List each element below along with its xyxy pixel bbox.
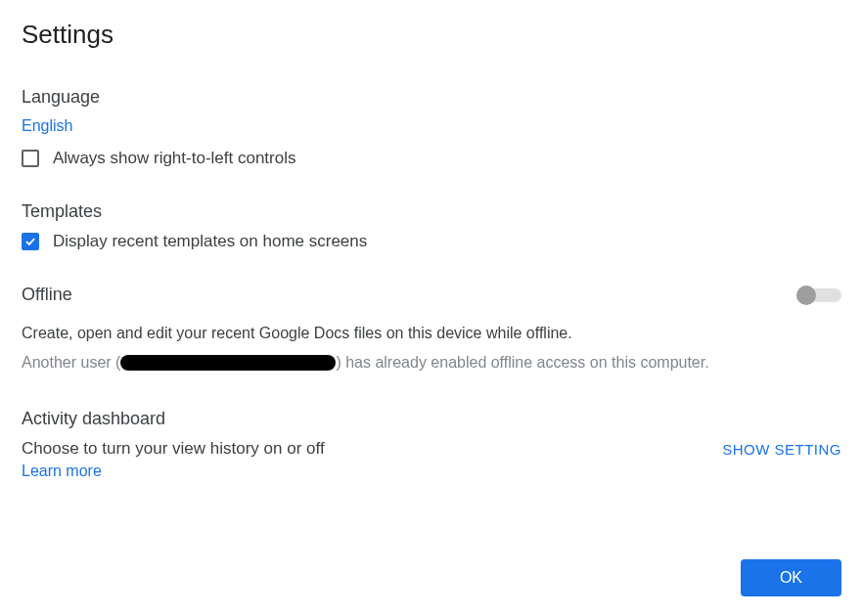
templates-heading: Templates [22, 201, 841, 222]
offline-note-suffix: ) has already enabled offline access on … [336, 354, 708, 372]
check-icon [23, 235, 37, 248]
offline-heading: Offline [22, 285, 72, 305]
language-heading: Language [22, 87, 841, 108]
ok-button[interactable]: OK [741, 559, 841, 596]
rtl-checkbox-label: Always show right-to-left controls [53, 149, 295, 168]
show-setting-button[interactable]: SHOW SETTING [722, 439, 841, 458]
language-link[interactable]: English [22, 117, 72, 135]
activity-heading: Activity dashboard [22, 409, 841, 429]
learn-more-link[interactable]: Learn more [22, 462, 102, 480]
activity-description: Choose to turn your view history on or o… [22, 439, 325, 459]
rtl-checkbox[interactable] [22, 150, 39, 167]
offline-note-prefix: Another user ( [22, 354, 120, 372]
offline-toggle[interactable] [796, 286, 841, 305]
redacted-email [120, 355, 336, 371]
offline-note: Another user ( ) has already enabled off… [22, 354, 841, 372]
page-title: Settings [22, 20, 841, 50]
toggle-thumb [796, 286, 816, 305]
display-templates-label: Display recent templates on home screens [53, 232, 367, 251]
offline-description: Create, open and edit your recent Google… [22, 325, 841, 342]
display-templates-checkbox[interactable] [22, 233, 39, 250]
